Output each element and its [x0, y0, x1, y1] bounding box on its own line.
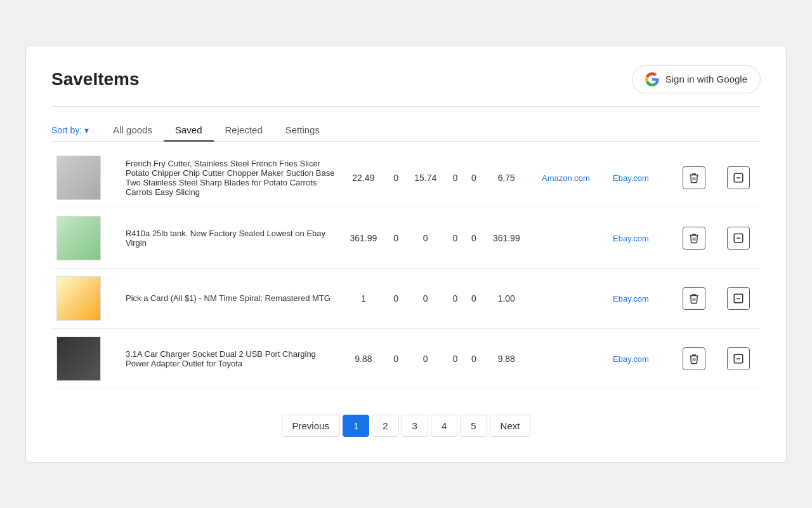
previous-button[interactable]: Previous — [282, 415, 340, 437]
trash-icon — [688, 293, 700, 304]
product-col-0: 9.88 — [340, 328, 386, 389]
page-3-button[interactable]: 3 — [402, 415, 428, 437]
product-image — [56, 337, 101, 381]
product-description: Pick a Card (All $1) - NM Time Spiral: R… — [119, 268, 340, 328]
product-description: R410a 25lb tank. New Factory Sealed Lowe… — [119, 208, 340, 268]
minus-icon — [733, 232, 744, 244]
product-col-4: 0 — [464, 148, 483, 208]
product-image — [56, 156, 101, 200]
page-2-button[interactable]: 2 — [372, 415, 398, 437]
product-link1 — [530, 208, 602, 268]
product-best-price: 1.00 — [483, 268, 530, 328]
google-icon — [645, 72, 659, 86]
delete-button[interactable] — [683, 166, 705, 189]
product-col-4: 0 — [464, 208, 483, 268]
pagination: Previous 1 2 3 4 5 Next — [51, 415, 761, 437]
product-minus-cell — [716, 208, 761, 268]
trash-icon — [688, 172, 700, 184]
product-best-price: 361.99 — [483, 208, 530, 268]
table-row: 3.1A Car Charger Socket Dual 2 USB Port … — [51, 328, 761, 389]
product-delete-cell — [672, 268, 717, 328]
product-col-4: 0 — [464, 268, 483, 328]
sort-by-label: Sort by: — [51, 125, 82, 135]
product-delete-cell — [672, 148, 717, 208]
product-spacer — [660, 208, 672, 268]
delete-button[interactable] — [683, 347, 705, 370]
page-5-button[interactable]: 5 — [460, 415, 487, 437]
product-spacer — [660, 328, 672, 389]
product-image — [56, 216, 101, 260]
tab-saved[interactable]: Saved — [164, 119, 214, 142]
minus-icon — [733, 353, 744, 364]
sort-by-chevron-icon: ▾ — [84, 125, 89, 135]
product-image-cell — [51, 148, 119, 208]
product-delete-cell — [672, 328, 717, 389]
trash-icon — [688, 353, 700, 364]
product-image-cell — [51, 268, 119, 328]
minus-icon — [733, 293, 744, 304]
product-spacer — [660, 148, 672, 208]
product-link2[interactable]: Ebay.com — [602, 268, 660, 328]
product-col-1: 0 — [386, 268, 405, 328]
tab-rejected[interactable]: Rejected — [214, 119, 274, 142]
delete-button[interactable] — [683, 287, 705, 310]
product-minus-cell — [716, 268, 761, 328]
product-link1 — [530, 328, 602, 389]
product-link2-anchor[interactable]: Ebay.com — [613, 173, 649, 183]
product-col-2: 0 — [405, 328, 445, 389]
header: SaveItems Sign in with Google — [51, 65, 761, 107]
product-link2-anchor[interactable]: Ebay.com — [613, 354, 649, 364]
product-link2[interactable]: Ebay.com — [602, 328, 660, 389]
product-col-3: 0 — [446, 268, 465, 328]
product-col-0: 1 — [340, 268, 386, 328]
sort-by-dropdown[interactable]: Sort by: ▾ — [51, 125, 89, 135]
product-description: French Fry Cutter, Stainless Steel Frenc… — [119, 148, 340, 208]
product-best-price: 9.88 — [483, 328, 530, 389]
minus-button[interactable] — [727, 347, 750, 370]
product-description: 3.1A Car Charger Socket Dual 2 USB Port … — [119, 328, 340, 389]
product-minus-cell — [716, 148, 761, 208]
product-minus-cell — [716, 328, 761, 389]
app-title: SaveItems — [51, 69, 140, 90]
product-spacer — [660, 268, 672, 328]
product-col-2: 15.74 — [405, 148, 445, 208]
product-image-cell — [51, 328, 119, 389]
product-col-3: 0 — [446, 148, 465, 208]
minus-icon — [733, 172, 744, 184]
minus-button[interactable] — [727, 287, 750, 310]
product-link1[interactable]: Amazon.com — [530, 148, 602, 208]
minus-button[interactable] — [727, 166, 750, 189]
items-table: French Fry Cutter, Stainless Steel Frenc… — [51, 148, 761, 389]
main-container: SaveItems Sign in with Google Sort by: ▾… — [25, 46, 787, 463]
product-delete-cell — [672, 208, 717, 268]
page-1-button[interactable]: 1 — [343, 415, 369, 437]
trash-icon — [688, 232, 700, 244]
product-col-0: 361.99 — [340, 208, 386, 268]
google-signin-button[interactable]: Sign in with Google — [632, 65, 761, 93]
product-image — [56, 276, 101, 321]
table-row: Pick a Card (All $1) - NM Time Spiral: R… — [51, 268, 761, 328]
tabs-row: Sort by: ▾ All goods Saved Rejected Sett… — [51, 107, 761, 142]
next-button[interactable]: Next — [490, 415, 531, 437]
page-4-button[interactable]: 4 — [431, 415, 457, 437]
product-link2-anchor[interactable]: Ebay.com — [613, 294, 649, 304]
product-col-3: 0 — [446, 328, 465, 389]
product-col-2: 0 — [405, 208, 445, 268]
product-best-price: 6.75 — [483, 148, 530, 208]
google-signin-label: Sign in with Google — [665, 74, 747, 84]
minus-button[interactable] — [727, 227, 750, 250]
product-col-3: 0 — [446, 208, 465, 268]
product-col-4: 0 — [464, 328, 483, 389]
product-link2[interactable]: Ebay.com — [602, 148, 660, 208]
table-row: R410a 25lb tank. New Factory Sealed Lowe… — [51, 208, 761, 268]
product-col-0: 22.49 — [340, 148, 386, 208]
product-link1 — [530, 268, 602, 328]
table-row: French Fry Cutter, Stainless Steel Frenc… — [51, 148, 761, 208]
delete-button[interactable] — [683, 227, 705, 250]
product-link1-anchor[interactable]: Amazon.com — [542, 173, 590, 183]
tab-all-goods[interactable]: All goods — [102, 119, 164, 142]
product-col-2: 0 — [405, 268, 445, 328]
product-link2-anchor[interactable]: Ebay.com — [613, 234, 649, 243]
tab-settings[interactable]: Settings — [274, 119, 331, 142]
product-link2[interactable]: Ebay.com — [602, 208, 660, 268]
